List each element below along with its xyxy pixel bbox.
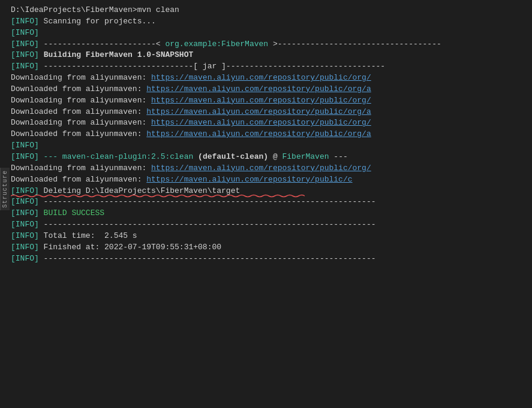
info-prefix: [INFO] — [11, 242, 39, 253]
download-link[interactable]: https://maven.aliyun.com/repository/publ… — [151, 95, 371, 107]
info-prefix: [INFO] — [11, 186, 39, 197]
info-prefix: [INFO] — [11, 28, 39, 39]
terminal-line: Downloading from aliyunmaven: https://ma… — [0, 163, 532, 174]
terminal-line: Downloading from aliyunmaven: https://ma… — [0, 117, 532, 129]
terminal-line: [INFO] --- maven-clean-plugin:2.5:clean … — [0, 152, 532, 163]
download-prefix: Downloading from aliyunmaven: — [11, 72, 151, 84]
download-link[interactable]: https://maven.aliyun.com/repository/publ… — [151, 72, 371, 84]
info-prefix: [INFO] — [11, 50, 39, 61]
terminal-line: Downloaded from aliyunmaven: https://mav… — [0, 107, 532, 118]
line-content: ----------------------------------------… — [39, 219, 376, 231]
terminal-line: Downloading from aliyunmaven: https://ma… — [0, 72, 532, 84]
download-link[interactable]: https://maven.aliyun.com/repository/publ… — [146, 174, 352, 186]
terminal-line: [INFO] — [0, 28, 532, 39]
terminal-line: [INFO] ---------------------------------… — [0, 219, 532, 231]
line-content: Finished at: 2022-07-19T09:55:31+08:00 — [39, 242, 221, 253]
terminal-line: [INFO] ---------------------------------… — [0, 253, 532, 265]
line-content: D:\IdeaProjects\FiberMaven>mvn clean — [11, 5, 179, 16]
line-content: ----------------------------------------… — [39, 197, 376, 208]
line-content: --------------------------------[ jar ]-… — [39, 61, 385, 72]
terminal-line: [INFO] Scanning for projects... — [0, 16, 532, 28]
line-content: Building FiberMaven 1.0-SNAPSHOT — [39, 50, 193, 61]
line-content: Deleting D:\IdeaProjects\FiberMaven\targ… — [39, 186, 240, 197]
info-prefix: [INFO] — [11, 231, 39, 242]
download-prefix: Downloading from aliyunmaven: — [11, 163, 151, 174]
project-link[interactable]: FiberMaven — [282, 152, 329, 163]
terminal-line: [INFO] --------------------------------[… — [0, 61, 532, 72]
terminal-line-deleting: [INFO] Deleting D:\IdeaProjects\FiberMav… — [0, 186, 532, 197]
terminal-line: Downloaded from aliyunmaven: https://mav… — [0, 84, 532, 95]
terminal-window: Structure D:\IdeaProjects\FiberMaven>mvn… — [0, 0, 532, 408]
download-link[interactable]: https://maven.aliyun.com/repository/publ… — [146, 84, 371, 95]
download-prefix: Downloaded from aliyunmaven: — [11, 174, 146, 186]
terminal-line: [INFO] ------------------------< org.exa… — [0, 39, 532, 50]
info-prefix: [INFO] — [11, 219, 39, 231]
download-prefix: Downloading from aliyunmaven: — [11, 117, 151, 129]
info-prefix: [INFO] — [11, 208, 39, 219]
line-suffix: >----------------------------------- — [268, 39, 441, 50]
info-prefix: [INFO] --- — [11, 152, 62, 163]
line-suffix: --- — [329, 152, 348, 163]
download-prefix: Downloading from aliyunmaven: — [11, 95, 151, 107]
terminal-line-success: [INFO] BUILD SUCCESS — [0, 208, 532, 219]
line-content: Scanning for projects... — [39, 16, 156, 28]
plugin-link[interactable]: maven-clean-plugin:2.5:clean — [62, 152, 193, 163]
terminal-line: D:\IdeaProjects\FiberMaven>mvn clean — [0, 5, 532, 16]
line-content: ----------------------------------------… — [39, 253, 376, 265]
line-content: Total time: 2.545 s — [39, 231, 137, 242]
info-prefix: [INFO] — [11, 61, 39, 72]
line-middle: (default-clean) @ — [193, 152, 282, 163]
terminal-line: [INFO] — [0, 140, 532, 152]
info-prefix: [INFO] — [11, 16, 39, 28]
download-link[interactable]: https://maven.aliyun.com/repository/publ… — [151, 163, 371, 174]
terminal-line: [INFO] ---------------------------------… — [0, 197, 532, 208]
info-prefix: [INFO] — [11, 140, 39, 152]
line-content: ------------------------< — [39, 39, 166, 50]
info-prefix: [INFO] — [11, 39, 39, 50]
download-link[interactable]: https://maven.aliyun.com/repository/publ… — [146, 129, 371, 140]
build-success: BUILD SUCCESS — [39, 208, 104, 219]
terminal-line: [INFO] Finished at: 2022-07-19T09:55:31+… — [0, 242, 532, 253]
terminal-line: [INFO] Total time: 2.545 s — [0, 231, 532, 242]
terminal-line: Downloaded from aliyunmaven: https://mav… — [0, 129, 532, 140]
terminal-line: [INFO] Building FiberMaven 1.0-SNAPSHOT — [0, 50, 532, 61]
maven-project-link[interactable]: org.example:FiberMaven — [165, 39, 268, 50]
download-prefix: Downloaded from aliyunmaven: — [11, 107, 146, 118]
download-link[interactable]: https://maven.aliyun.com/repository/publ… — [151, 117, 371, 129]
terminal-line: Downloaded from aliyunmaven: https://mav… — [0, 174, 532, 186]
info-prefix: [INFO] — [11, 253, 39, 265]
download-prefix: Downloaded from aliyunmaven: — [11, 129, 146, 140]
download-prefix: Downloaded from aliyunmaven: — [11, 84, 146, 95]
info-prefix: [INFO] — [11, 197, 39, 208]
terminal-line: Downloading from aliyunmaven: https://ma… — [0, 95, 532, 107]
download-link[interactable]: https://maven.aliyun.com/repository/publ… — [146, 107, 371, 118]
